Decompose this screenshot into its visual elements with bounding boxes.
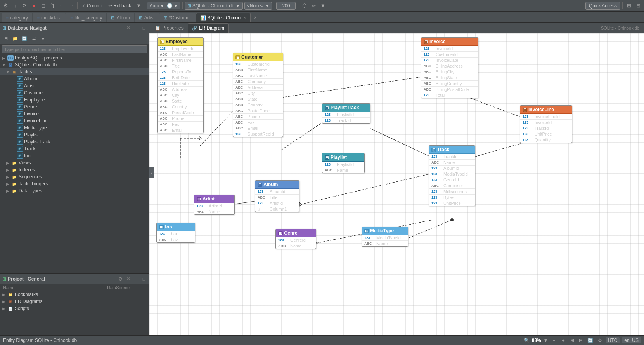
nav-icon-2[interactable]: 📁: [11, 35, 19, 43]
tab-film-category[interactable]: ≡ film_category: [66, 13, 106, 22]
field-name: BirthDate: [172, 75, 190, 80]
db-nav-maximize-icon[interactable]: □: [142, 25, 147, 31]
entity-genre[interactable]: ⊞ Genre 123GenreId ABCName: [275, 229, 316, 249]
tabletriggers-folder-icon: 📁: [11, 181, 17, 186]
tree-item-track[interactable]: ⊞ Track: [0, 145, 149, 152]
entity-invoiceline[interactable]: ⊞ InvoiceLine 123InvoiceLineId 123Invoic…: [520, 105, 572, 143]
toolbar-icon-2[interactable]: ↑: [11, 2, 19, 10]
tab-category[interactable]: ≡ category: [2, 13, 32, 22]
tree-item-invoice[interactable]: ⊞ Invoice: [0, 110, 149, 117]
tree-item-playlist[interactable]: ⊞ Playlist: [0, 131, 149, 138]
project-settings-icon[interactable]: ⚙: [117, 276, 124, 282]
tree-item-foo[interactable]: ⊞ foo: [0, 152, 149, 159]
toolbar-icon-5[interactable]: ◻: [39, 2, 47, 10]
tree-item-data-types[interactable]: ▶ 📁 Data Types: [0, 187, 149, 194]
zoom-out-button[interactable]: －: [551, 337, 557, 344]
entity-foo[interactable]: ⊞ foo 123bar ABCbaz: [156, 223, 195, 243]
tabs-maximize-button[interactable]: □: [636, 15, 642, 22]
field-name: BillingCity: [436, 70, 454, 74]
entity-artist[interactable]: ⊞ Artist 123ArtistId ABCName: [194, 195, 235, 215]
tree-item-sequences[interactable]: ▶ 📁 Sequences: [0, 173, 149, 180]
nav-icon-5[interactable]: ▼: [39, 35, 47, 43]
field-name: City: [248, 91, 255, 96]
tabs-minimize-button[interactable]: —: [627, 15, 635, 22]
toolbar-icon-8[interactable]: →: [67, 2, 75, 10]
tab-artist[interactable]: ⊞ Artist: [135, 13, 159, 22]
er-diagram-label: ER Diagram: [199, 25, 224, 31]
tab-sqlite-chinook[interactable]: 📊 SQLite - Chinoo ✕: [196, 13, 251, 22]
entity-employee[interactable]: ⊞ Employee 123EmployeeId ABCLastName ABC…: [157, 37, 204, 133]
tree-item-tables[interactable]: ▼ ⊞ Tables: [0, 68, 149, 75]
sqlite-icon: 🗄: [7, 62, 14, 68]
toolbar-icon-14[interactable]: ⊟: [634, 2, 642, 10]
er-diagram-area[interactable]: ⊞ Employee 123EmployeeId ABCLastName ABC…: [149, 33, 644, 335]
tree-item-invoiceline[interactable]: ⊞ InvoiceLine: [0, 117, 149, 124]
zoom-in-button[interactable]: ＋: [560, 337, 567, 344]
toolbar-icon-1[interactable]: ⚙: [2, 2, 10, 10]
tab-close-button[interactable]: ✕: [243, 16, 246, 20]
project-tree[interactable]: ▶ 📁 Bookmarks ▶ ⊞ ER Diagrams ▶ 📄 Script…: [0, 291, 149, 335]
tree-item-album[interactable]: ⊞ Album: [0, 75, 149, 82]
project-item-er-diagrams[interactable]: ▶ ⊞ ER Diagrams: [0, 298, 149, 305]
nav-icon-4[interactable]: ⇄: [29, 35, 38, 43]
rollback-button[interactable]: ↩ Rollback: [106, 2, 133, 9]
entity-mediatype[interactable]: ⊞ MediaType 123MediaTypeId ABCName: [362, 227, 408, 247]
toolbar-icon-12[interactable]: ▼: [319, 2, 327, 10]
toolbar-icon-3[interactable]: ⟳: [20, 2, 29, 10]
entity-album[interactable]: ⊞ Album 123AlbumId ABCTitle 123ArtistId …: [255, 180, 299, 212]
commit-button[interactable]: ✓ Commit: [80, 2, 105, 9]
entity-playlist[interactable]: ⊞ Playlist 123PlaylistId ABCName: [322, 153, 365, 173]
tree-item-sqlite[interactable]: ▼ 🗄 SQLite - Chinook.db: [0, 61, 149, 68]
status-icon-3[interactable]: 🔄: [586, 337, 594, 343]
entity-track[interactable]: ⊞ Track 123TrackId ABCName 123AlbumId 12…: [429, 145, 475, 206]
entity-customer[interactable]: ⊞ Customer 123CustomerId ABCFirstName AB…: [233, 53, 283, 137]
tree-item-artist[interactable]: ⊞ Artist: [0, 82, 149, 89]
toolbar-icon-6[interactable]: ⇅: [48, 2, 57, 10]
tree-item-employee[interactable]: ⊞ Employee: [0, 96, 149, 103]
tab-album[interactable]: ⊞ Album: [107, 13, 134, 22]
project-item-scripts[interactable]: ▶ 📄 Scripts: [0, 305, 149, 312]
toolbar-icon-11[interactable]: ✏: [309, 2, 318, 10]
tab-mockdata[interactable]: ≡ mockdata: [33, 13, 66, 22]
tree-item-customer[interactable]: ⊞ Customer: [0, 89, 149, 96]
tab-properties[interactable]: 📋 Properties: [151, 23, 188, 33]
tree-item-table-triggers[interactable]: ▶ 📁 Table Triggers: [0, 180, 149, 187]
zoom-dropdown-icon[interactable]: ▼: [544, 338, 548, 343]
panel-expand-arrow[interactable]: ›: [149, 167, 154, 178]
tree-item-indexes[interactable]: ▶ 📁 Indexes: [0, 166, 149, 173]
tree-item-playlisttrack[interactable]: ⊞ PlaylistTrack: [0, 138, 149, 145]
nav-icon-1[interactable]: ⊞: [2, 35, 10, 43]
auto-dropdown[interactable]: Auto ▼ 🕐 ▼: [147, 2, 180, 9]
zoom-input[interactable]: [276, 2, 296, 10]
tree-item-views[interactable]: ▶ 📁 Views: [0, 159, 149, 166]
entity-playlisttrack[interactable]: ⊞ PlaylistTrack 123PlaylistId 123TrackId: [322, 103, 370, 124]
status-icon-4[interactable]: ⚙: [597, 337, 603, 343]
db-nav-close-icon[interactable]: ✕: [125, 25, 132, 31]
nav-icon-3[interactable]: 🔄: [20, 35, 29, 43]
tab-er-diagram[interactable]: 🔗 ER Diagram: [188, 23, 229, 33]
toolbar-icon-13[interactable]: ⊞: [625, 2, 633, 10]
search-input[interactable]: [2, 45, 147, 53]
status-icon-2[interactable]: ⊟: [578, 337, 584, 343]
tree-item-postgresql[interactable]: ▶ PG PostgreSQL - postgres: [0, 54, 149, 61]
tabs-more-button[interactable]: ⁵: [252, 15, 258, 22]
toolbar-icon-10[interactable]: ⬡: [300, 2, 308, 10]
tree-item-genre[interactable]: ⊞ Genre: [0, 103, 149, 110]
tab-customer[interactable]: ⊞ *Customer: [159, 13, 196, 22]
project-minimize-icon[interactable]: —: [133, 276, 140, 282]
toolbar-icon-9[interactable]: ▼: [134, 2, 143, 10]
tree-area[interactable]: ▶ PG PostgreSQL - postgres ▼ 🗄 SQLite - …: [0, 54, 149, 273]
quick-access-button[interactable]: Quick Access: [585, 2, 620, 10]
project-item-bookmarks[interactable]: ▶ 📁 Bookmarks: [0, 291, 149, 298]
schema-dropdown[interactable]: <None> ▼: [244, 2, 272, 10]
tree-item-mediatype[interactable]: ⊞ MediaType: [0, 124, 149, 131]
project-close-icon[interactable]: ✕: [125, 276, 132, 282]
status-icon-1[interactable]: ⊞: [569, 337, 575, 343]
customer-field-phone: ABCPhone: [233, 114, 283, 120]
project-maximize-icon[interactable]: □: [142, 276, 147, 282]
db-nav-minimize-icon[interactable]: —: [133, 25, 140, 31]
toolbar-icon-4[interactable]: ●: [29, 2, 38, 10]
entity-invoice[interactable]: ⊞ Invoice 123InvoiceId 123CustomerId 123…: [421, 37, 478, 98]
db-connection-dropdown[interactable]: ⊞ SQLite - Chinook.db ▼: [185, 2, 243, 10]
toolbar-icon-7[interactable]: ←: [57, 2, 66, 10]
